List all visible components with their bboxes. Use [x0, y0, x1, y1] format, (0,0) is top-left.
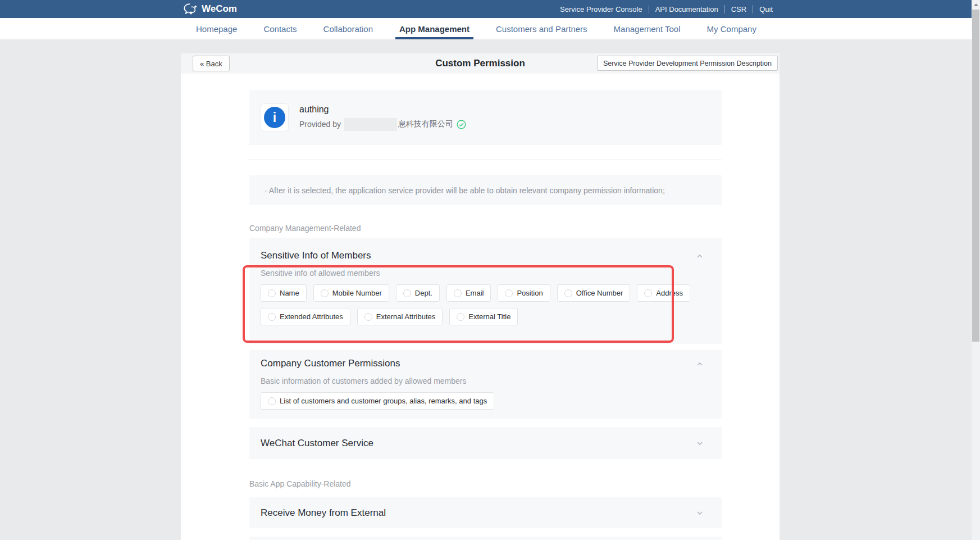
- provider-name-suffix: 息科技有限公司: [398, 119, 453, 129]
- chevron-down-icon[interactable]: [696, 509, 704, 517]
- checkbox-label: Extended Attributes: [280, 312, 343, 321]
- link-csr[interactable]: CSR: [724, 5, 753, 13]
- redacted-provider-name: [344, 118, 397, 131]
- permission-checkbox-email[interactable]: Email: [446, 284, 491, 302]
- checkbox-label: Office Number: [576, 289, 623, 297]
- chevron-down-icon[interactable]: [696, 439, 704, 447]
- permission-checkbox-dept[interactable]: Dept.: [396, 284, 440, 302]
- section-divider: [249, 160, 722, 160]
- checkbox-label: External Title: [468, 312, 510, 321]
- checkbox-circle: [454, 289, 462, 297]
- checkbox-label: List of customers and customer groups, a…: [280, 397, 487, 405]
- up-arrow-icon: [974, 3, 978, 6]
- wecom-admin-screen: WeCom Service Provider Console API Docum…: [0, 0, 980, 540]
- chevron-up-icon[interactable]: [696, 360, 704, 368]
- chevron-up-icon[interactable]: [696, 252, 704, 260]
- options-row-1: Name Mobile Number Dept. Email: [261, 284, 710, 302]
- tab-contacts[interactable]: Contacts: [263, 18, 297, 39]
- link-api-documentation[interactable]: API Documentation: [649, 5, 724, 13]
- topbar-links: Service Provider Console API Documentati…: [554, 0, 779, 18]
- panel-next-partial[interactable]: [249, 537, 722, 540]
- panel-company-customer-permissions: Company Customer Permissions Basic infor…: [249, 350, 722, 419]
- checkbox-label: Name: [280, 289, 299, 297]
- checkbox-circle: [457, 313, 464, 321]
- section-label-company-management: Company Management-Related: [249, 224, 722, 233]
- topbar: WeCom Service Provider Console API Docum…: [0, 0, 972, 18]
- options-row-1: List of customers and customer groups, a…: [261, 392, 710, 410]
- authing-logo-icon: i: [264, 107, 285, 128]
- panel-title: Company Customer Permissions: [261, 358, 710, 369]
- nav-tabs: Homepage Contacts Collaboration App Mana…: [196, 18, 756, 39]
- permission-checkbox-name[interactable]: Name: [261, 284, 307, 302]
- checkbox-circle: [268, 313, 276, 321]
- checkbox-label: Position: [517, 289, 543, 297]
- checkbox-circle: [644, 289, 652, 297]
- tab-app-management[interactable]: App Management: [399, 18, 470, 39]
- wecom-logo-icon: [184, 3, 197, 15]
- app-provider-line: Provided by 息科技有限公司: [299, 118, 466, 131]
- app-meta: authing Provided by 息科技有限公司: [299, 105, 466, 131]
- permission-checkbox-customer-list[interactable]: List of customers and customer groups, a…: [261, 392, 494, 410]
- checkbox-circle: [268, 289, 276, 297]
- permission-checkbox-office-number[interactable]: Office Number: [557, 284, 631, 302]
- section-label-basic-app-capability: Basic App Capability-Related: [249, 479, 722, 488]
- permission-checkbox-address[interactable]: Address: [637, 284, 690, 302]
- checkbox-circle: [505, 289, 513, 297]
- tab-my-company[interactable]: My Company: [707, 18, 756, 39]
- permission-description-button[interactable]: Service Provider Development Permission …: [597, 56, 778, 71]
- checkbox-label: Address: [656, 289, 683, 297]
- checkbox-label: Email: [466, 289, 484, 297]
- checkbox-circle: [564, 289, 572, 297]
- page-body: « Back Custom Permission Service Provide…: [0, 39, 972, 540]
- scrollbar-thumb[interactable]: [972, 10, 979, 342]
- tab-collaboration[interactable]: Collaboration: [323, 18, 373, 39]
- tab-homepage[interactable]: Homepage: [196, 18, 237, 39]
- scrollbar-up-arrow[interactable]: [972, 0, 980, 9]
- wecom-logo[interactable]: WeCom: [184, 0, 237, 18]
- permission-notice: · After it is selected, the application …: [249, 175, 722, 205]
- checkbox-circle: [268, 397, 276, 405]
- main-navbar: Homepage Contacts Collaboration App Mana…: [0, 18, 972, 39]
- tab-management-tool[interactable]: Management Tool: [614, 18, 681, 39]
- card-header: « Back Custom Permission Service Provide…: [181, 53, 780, 74]
- permission-checkbox-external-attributes[interactable]: External Attributes: [357, 308, 443, 325]
- brand-name: WeCom: [202, 3, 237, 15]
- app-icon: i: [261, 103, 289, 131]
- permission-checkbox-external-title[interactable]: External Title: [449, 308, 518, 325]
- app-name: authing: [299, 105, 466, 115]
- app-banner: i authing Provided by 息科技有限公司: [249, 90, 722, 145]
- panel-title: Sensitive Info of Members: [261, 250, 710, 261]
- permission-checkbox-extended-attributes[interactable]: Extended Attributes: [261, 308, 350, 325]
- checkbox-circle: [321, 289, 329, 297]
- checkbox-label: Mobile Number: [332, 289, 382, 297]
- checkbox-label: Dept.: [415, 289, 432, 297]
- panel-sensitive-info-of-members: Sensitive Info of Members Sensitive info…: [249, 238, 722, 344]
- panel-subtitle: Basic information of customers added by …: [261, 376, 710, 385]
- checkbox-circle: [403, 289, 411, 297]
- provided-by-label: Provided by: [299, 120, 341, 129]
- scrollbar[interactable]: [972, 0, 980, 540]
- verified-badge-icon: [457, 120, 466, 129]
- link-quit[interactable]: Quit: [753, 5, 779, 13]
- card-content: i authing Provided by 息科技有限公司: [181, 90, 780, 540]
- custom-permission-card: « Back Custom Permission Service Provide…: [181, 53, 780, 540]
- panel-wechat-customer-service[interactable]: WeChat Customer Service: [249, 427, 722, 459]
- tab-customers-and-partners[interactable]: Customers and Partners: [496, 18, 587, 39]
- panel-title: Receive Money from External: [261, 507, 386, 519]
- link-service-provider-console[interactable]: Service Provider Console: [554, 5, 649, 13]
- permission-checkbox-position[interactable]: Position: [498, 284, 550, 302]
- checkbox-label: External Attributes: [376, 312, 436, 321]
- panel-receive-money-from-external[interactable]: Receive Money from External: [249, 497, 722, 528]
- permission-checkbox-mobile-number[interactable]: Mobile Number: [313, 284, 389, 302]
- panel-title: WeChat Customer Service: [261, 438, 373, 449]
- checkbox-circle: [364, 313, 372, 321]
- panel-subtitle: Sensitive info of allowed members: [261, 269, 710, 278]
- options-row-2: Extended Attributes External Attributes …: [261, 308, 710, 325]
